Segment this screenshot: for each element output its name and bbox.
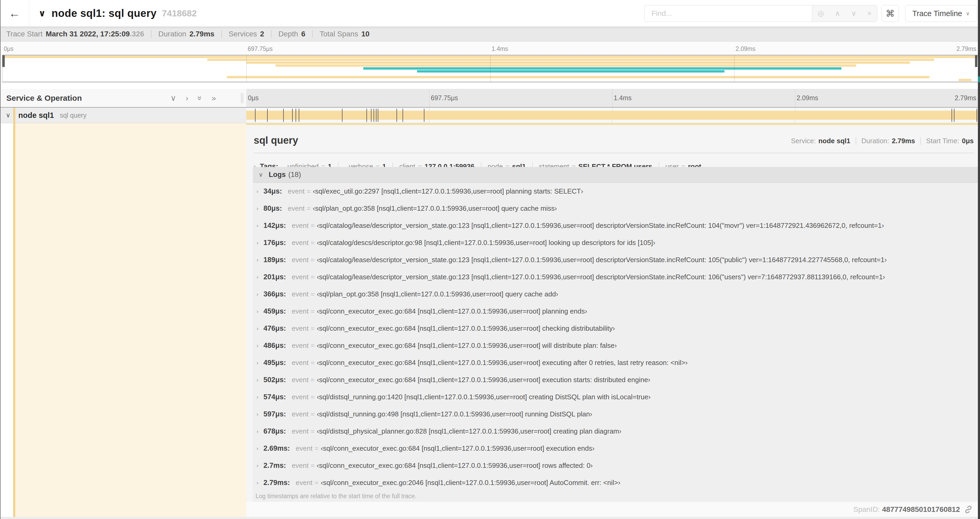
log-marker bbox=[292, 109, 293, 122]
trace-info-item: Trace StartMarch 31 2022, 17:25:09.326 bbox=[6, 30, 144, 38]
axis-tick-label: 2.79ms bbox=[955, 94, 976, 102]
log-entry-row[interactable]: › 574μs: event = ‹sql/distsql_running.go… bbox=[253, 388, 978, 406]
span-collapse-chevron-down-icon[interactable]: ∨ bbox=[6, 112, 11, 119]
log-marker bbox=[267, 109, 268, 122]
log-entry-row[interactable]: › 176μs: event = ‹sql/catalog/descs/desc… bbox=[253, 234, 978, 251]
span-row-name-cell[interactable]: ∨ node sql1 sql query bbox=[0, 108, 246, 123]
log-entry-row[interactable]: › 189μs: event = ‹sql/catalog/lease/desc… bbox=[253, 251, 978, 268]
minimap-gridline bbox=[734, 55, 735, 82]
prev-result-icon[interactable]: ∧ bbox=[835, 10, 840, 17]
axis-tick-label: 2.79ms bbox=[956, 45, 976, 53]
log-marker bbox=[378, 109, 378, 122]
locate-icon[interactable]: ◎ bbox=[818, 10, 824, 17]
next-result-icon[interactable]: ∨ bbox=[851, 10, 857, 17]
find-input[interactable] bbox=[644, 5, 812, 22]
log-timestamp: 2.69ms: bbox=[263, 444, 290, 452]
log-entry-row[interactable]: › 2.69ms: event = ‹sql/conn_executor_exe… bbox=[253, 440, 978, 457]
axis-tick-label: 2.09ms bbox=[735, 45, 755, 53]
back-button[interactable]: ← bbox=[0, 0, 29, 26]
span-duration-bar[interactable] bbox=[246, 111, 978, 120]
chevron-right-icon: › bbox=[256, 480, 263, 486]
log-entry-row[interactable]: › 34μs: event = ‹sql/exec_util.go:2297 [… bbox=[253, 183, 978, 200]
log-field-key: event bbox=[292, 427, 309, 435]
service-color-bar bbox=[13, 108, 15, 123]
log-entry-row[interactable]: › 486μs: event = ‹sql/conn_executor_exec… bbox=[253, 337, 978, 354]
log-marker bbox=[424, 109, 425, 122]
trace-timeline-page: ← ∨ node sql1: sql query 7418682 ◎∧∨× ⌘ … bbox=[0, 0, 980, 519]
log-field-key: event bbox=[292, 324, 309, 332]
deep-link-icon[interactable] bbox=[964, 505, 973, 514]
axis-tick-label: 697.75μs bbox=[248, 45, 273, 53]
window-scrollbar[interactable] bbox=[978, 0, 980, 519]
span-row[interactable]: ∨ node sql1 sql query bbox=[0, 108, 980, 123]
chevron-right-icon: › bbox=[256, 223, 263, 228]
clear-search-icon[interactable]: × bbox=[867, 10, 872, 17]
trace-view-select-label: Trace Timeline bbox=[912, 9, 962, 18]
logs-accordion: ∨ Logs (18) › 34μs: event = ‹sql/exec_ut… bbox=[253, 167, 978, 502]
log-timestamp: 2.7ms: bbox=[263, 462, 286, 469]
timeline-axis-header: 0μs697.75μs1.4ms2.09ms2.79ms bbox=[246, 89, 978, 107]
minimap-gridline bbox=[246, 55, 247, 82]
axis-tick-label: 1.4ms bbox=[492, 45, 508, 53]
log-entry-row[interactable]: › 366μs: event = ‹sql/plan_opt.go:358 [n… bbox=[253, 286, 978, 303]
minimap-tick-labels: 0μs697.75μs1.4ms2.09ms2.79ms bbox=[2, 44, 978, 54]
log-field-value: ‹sql/distsql_running.go:498 [nsql1,clien… bbox=[317, 410, 592, 418]
collapse-all-icon[interactable]: » bbox=[196, 96, 204, 100]
minimap-right-drag-handle[interactable] bbox=[975, 55, 977, 67]
title-chevron-down-icon[interactable]: ∨ bbox=[38, 8, 46, 18]
back-arrow-icon: ← bbox=[9, 6, 20, 20]
log-equals: = bbox=[310, 239, 315, 247]
log-equals: = bbox=[310, 342, 315, 350]
service-operation-header: Service & Operation ∨›»» bbox=[0, 89, 246, 107]
log-equals: = bbox=[310, 393, 315, 401]
chevron-right-icon: › bbox=[256, 446, 263, 452]
title-wrap: ∨ node sql1: sql query 7418682 bbox=[38, 0, 197, 26]
log-entry-row[interactable]: › 597μs: event = ‹sql/distsql_running.go… bbox=[253, 406, 978, 423]
log-field-value: ‹sql/catalog/lease/descriptor_version_st… bbox=[317, 273, 885, 281]
log-field-value: ‹sql/conn_executor_exec.go:684 [nsql1,cl… bbox=[321, 444, 594, 452]
span-row-timeline-cell[interactable] bbox=[246, 108, 978, 123]
find-toolbar: ◎∧∨× bbox=[812, 5, 877, 22]
trace-info-item: Services2 bbox=[229, 30, 264, 38]
log-entry-row[interactable]: › 201μs: event = ‹sql/catalog/lease/desc… bbox=[253, 268, 978, 286]
chevron-right-icon: › bbox=[256, 274, 263, 280]
expand-all-icon[interactable]: » bbox=[212, 94, 216, 102]
log-field-value: ‹sql/distsql_running.go:1420 [nsql1,clie… bbox=[317, 393, 651, 401]
keyboard-shortcuts-button[interactable]: ⌘ bbox=[881, 5, 899, 22]
log-field-value: ‹sql/conn_executor_exec.go:2046 [nsql1,c… bbox=[321, 479, 620, 487]
log-entry-row[interactable]: › 80μs: event = ‹sql/plan_opt.go:358 [ns… bbox=[253, 200, 978, 217]
service-color-bar bbox=[13, 123, 15, 517]
chevron-right-icon: › bbox=[256, 343, 263, 349]
log-entry-row[interactable]: › 495μs: event = ‹sql/conn_executor_exec… bbox=[253, 354, 978, 371]
trace-view-select[interactable]: Trace Timeline ∨ bbox=[905, 5, 977, 22]
trace-info-item: Depth6 bbox=[278, 30, 305, 38]
log-entry-row[interactable]: › 476μs: event = ‹sql/conn_executor_exec… bbox=[253, 320, 978, 337]
scrollbar-marker bbox=[978, 77, 980, 82]
service-operation-title: Service & Operation bbox=[6, 94, 82, 102]
minimap-left-drag-handle[interactable] bbox=[2, 55, 5, 67]
logs-header[interactable]: ∨ Logs (18) bbox=[253, 167, 978, 183]
trace-info-item: Duration2.79ms bbox=[158, 30, 215, 38]
expand-one-icon[interactable]: › bbox=[186, 94, 188, 102]
axis-tick-label: 697.75μs bbox=[431, 94, 458, 102]
log-field-key: event bbox=[288, 204, 305, 212]
log-entry-row[interactable]: › 2.7ms: event = ‹sql/conn_executor_exec… bbox=[253, 457, 978, 474]
log-entry-row[interactable]: › 142μs: event = ‹sql/catalog/lease/desc… bbox=[253, 217, 978, 234]
minimap-canvas[interactable] bbox=[2, 55, 978, 82]
collapse-one-icon[interactable]: ∨ bbox=[170, 94, 176, 102]
log-field-key: event bbox=[292, 342, 309, 350]
log-field-value: ‹sql/exec_util.go:2297 [nsql1,client=127… bbox=[313, 187, 583, 195]
log-equals: = bbox=[310, 462, 315, 469]
log-entry-row[interactable]: › 502μs: event = ‹sql/conn_executor_exec… bbox=[253, 371, 978, 388]
log-marker bbox=[296, 109, 296, 122]
log-entry-row[interactable]: › 2.79ms: event = ‹sql/conn_executor_exe… bbox=[253, 474, 978, 491]
chevron-right-icon: › bbox=[256, 377, 263, 383]
log-entry-row[interactable]: › 678μs: event = ‹sql/distsql_physical_p… bbox=[253, 423, 978, 440]
log-marker bbox=[374, 109, 374, 122]
log-timestamp: 678μs: bbox=[263, 427, 286, 435]
log-entry-row[interactable]: › 459μs: event = ‹sql/conn_executor_exec… bbox=[253, 303, 978, 320]
log-timestamp: 189μs: bbox=[263, 256, 286, 264]
column-resizer-handle[interactable] bbox=[241, 93, 243, 103]
log-field-key: event bbox=[292, 239, 309, 247]
log-timestamp: 2.79ms: bbox=[263, 479, 290, 487]
